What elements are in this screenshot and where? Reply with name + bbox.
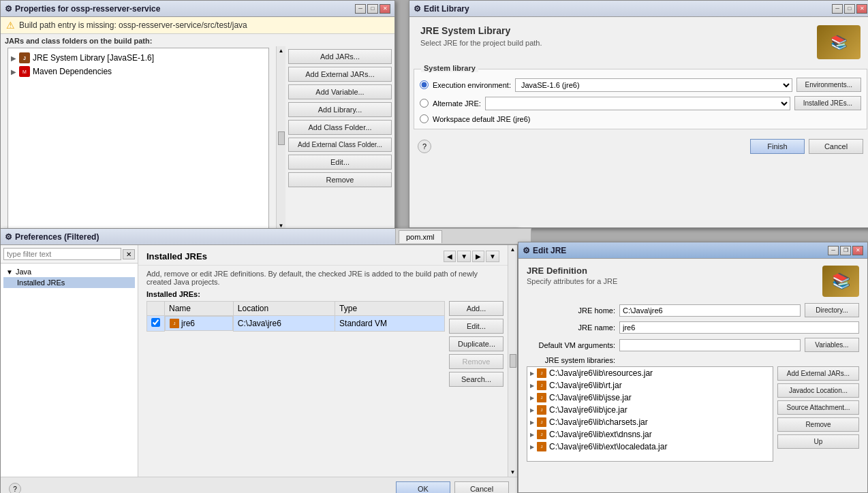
jre-arrow: ▶ [11,54,16,62]
edit-library-gear-icon: ⚙ [414,4,421,14]
jre-home-label: JRE home: [527,306,615,315]
lib-remove-btn[interactable]: Remove [777,417,859,432]
lib-label-charsets: C:\Java\jre6\lib\charsets.jar [549,417,648,427]
default-vm-label: Default VM arguments: [527,341,615,349]
pref-toolbar-btn4[interactable]: ▼ [486,251,499,262]
col-name: Name [165,302,234,316]
pref-scrollbar[interactable]: ▲ ▼ [508,245,517,477]
props-scrollbar[interactable]: ▲ ▼ [276,46,285,230]
pref-toolbar-btn2[interactable]: ▼ [457,251,471,262]
lib-add-external-jars-btn[interactable]: Add External JARs... [777,366,859,381]
add-jars-btn[interactable]: Add JARs... [288,49,392,64]
add-class-folder-btn[interactable]: Add Class Folder... [288,120,392,135]
tree-item-jre[interactable]: ▶ J JRE System Library [JavaSE-1.6] [11,51,266,65]
exec-env-radio[interactable] [420,80,429,89]
jre-home-input[interactable] [619,304,801,317]
lib-item-jsse[interactable]: ▶ J C:\Java\jre6\lib\jsse.jar [527,392,773,404]
lib-source-attachment-btn[interactable]: Source Attachment... [777,400,859,415]
add-external-class-folder-btn[interactable]: Add External Class Folder... [288,138,392,152]
scroll-thumb[interactable] [278,131,285,145]
properties-maximize-btn[interactable]: □ [367,4,378,14]
jre6-checkbox[interactable] [151,318,160,327]
scroll-up-arrow[interactable]: ▲ [279,48,284,54]
lib-item-rt[interactable]: ▶ J C:\Java\jre6\lib\rt.jar [527,379,773,392]
pref-tree-java[interactable]: ▼ Java [3,266,135,277]
add-library-btn[interactable]: Add Library... [288,102,392,117]
edit-library-title-bar[interactable]: ⚙ Edit Library ─ □ ✕ [409,1,868,17]
pref-remove-btn[interactable]: Remove [449,354,503,369]
edit-jre-gear-icon: ⚙ [523,246,530,255]
exec-env-label: Execution environment: [433,81,511,89]
pref-scroll-up[interactable]: ▲ [510,246,516,253]
edit-lib-close-btn[interactable]: ✕ [856,4,867,14]
maven-icon: M [19,66,30,77]
pref-duplicate-btn[interactable]: Duplicate... [449,336,503,351]
cancel-btn[interactable]: Cancel [809,139,863,154]
properties-window: ⚙ Properties for ossp-resserver-service … [0,0,395,232]
edit-jre-close-btn[interactable]: ✕ [852,246,863,255]
lib-up-btn[interactable]: Up [777,434,859,449]
properties-title-bar[interactable]: ⚙ Properties for ossp-resserver-service … [1,1,394,17]
lib-javadoc-location-btn[interactable]: Javadoc Location... [777,383,859,398]
jre-name-input[interactable] [619,321,859,334]
maven-tree-label: Maven Dependencies [33,67,112,76]
jre6-name: jre6 [181,319,195,328]
pref-cancel-btn[interactable]: Cancel [454,481,509,493]
pref-toolbar-btn1[interactable]: ◀ [444,251,456,262]
pref-toolbar-btn3[interactable]: ▶ [472,251,484,262]
pref-add-btn[interactable]: Add... [449,301,503,316]
add-variable-btn[interactable]: Add Variable... [288,84,392,99]
add-external-jars-btn[interactable]: Add External JARs... [288,67,392,82]
edit-library-title-text: Edit Library [424,4,469,14]
pref-scroll-thumb[interactable] [510,354,516,368]
jre-def-heading: JRE Definition [527,266,822,276]
properties-minimize-btn[interactable]: ─ [355,4,366,14]
lib-arrow-dnsns: ▶ [530,432,534,438]
lib-arrow-jsse: ▶ [530,395,534,401]
filter-clear-btn[interactable]: ✕ [123,249,135,259]
jre-table: Name Location Type J jre6 [146,301,445,332]
lib-item-jce[interactable]: ▶ J C:\Java\jre6\lib\jce.jar [527,404,773,416]
edit-lib-maximize-btn[interactable]: □ [844,4,855,14]
variables-btn[interactable]: Variables... [805,338,859,352]
pref-tree-installed-jres[interactable]: Installed JREs [3,277,135,288]
directory-btn[interactable]: Directory... [805,303,859,317]
pref-edit-btn[interactable]: Edit... [449,319,503,334]
alt-jre-radio[interactable] [420,99,429,108]
lib-item-charsets[interactable]: ▶ J C:\Java\jre6\lib\charsets.jar [527,416,773,428]
edit-jre-title-text: Edit JRE [533,246,566,255]
pom-xml-tab[interactable]: pom.xml [399,230,442,243]
properties-close-btn[interactable]: ✕ [379,4,390,14]
finish-btn[interactable]: Finish [750,139,805,154]
lib-jar-icon-resources: J [537,368,546,378]
remove-btn[interactable]: Remove [288,172,392,187]
alt-jre-select[interactable] [485,97,790,110]
pref-scroll-down[interactable]: ▼ [510,469,516,475]
edit-jre-restore-btn[interactable]: ❐ [840,246,851,255]
help-btn[interactable]: ? [418,140,431,153]
pref-help-btn[interactable]: ? [9,483,21,493]
environments-btn[interactable]: Environments... [796,78,861,92]
pref-search-btn[interactable]: Search... [449,372,503,387]
exec-env-select[interactable]: JavaSE-1.6 (jre6) [515,78,792,92]
edit-jre-title-bar[interactable]: ⚙ Edit JRE ─ ❐ ✕ [518,242,867,259]
preferences-window: ⚙ Preferences (Filtered) ─ □ ✕ ✕ ▼ Java … [0,228,518,493]
edit-jre-minimize-btn[interactable]: ─ [828,246,839,255]
edit-btn[interactable]: Edit... [288,155,392,170]
tree-item-maven[interactable]: ▶ M Maven Dependencies [11,65,266,78]
preferences-title-text: Preferences (Filtered) [15,232,99,242]
default-vm-input[interactable] [619,339,801,351]
edit-jre-books-icon: 📚 [822,266,859,297]
lib-arrow-rt: ▶ [530,383,534,389]
jre-row-jre6[interactable]: J jre6 C:\Java\jre6 Standard VM [147,316,445,332]
properties-title-text: Properties for ossp-resserver-service [15,4,160,14]
filter-input[interactable] [3,248,121,260]
lib-item-localedata[interactable]: ▶ J C:\Java\jre6\lib\ext\localedata.jar [527,441,773,453]
workspace-jre-radio[interactable] [420,114,429,123]
edit-lib-minimize-btn[interactable]: ─ [832,4,843,14]
lib-item-dnsns[interactable]: ▶ J C:\Java\jre6\lib\ext\dnsns.jar [527,428,773,441]
warning-icon: ⚠ [6,20,15,31]
installed-jres-btn[interactable]: Installed JREs... [794,96,861,110]
lib-item-resources[interactable]: ▶ J C:\Java\jre6\lib\resources.jar [527,367,773,379]
pref-ok-btn[interactable]: OK [396,481,450,493]
